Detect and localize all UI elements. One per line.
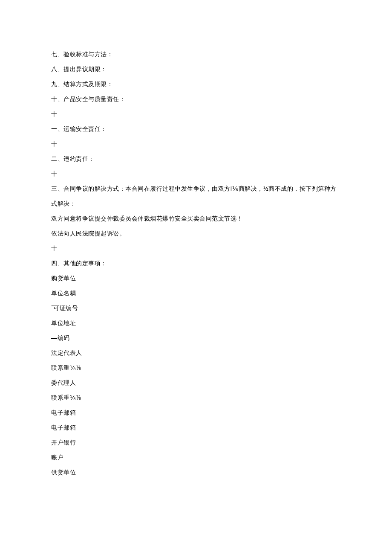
text-line: 九、结算方式及期限：	[51, 77, 341, 92]
text-line: 电子邮箱	[51, 420, 341, 435]
text-line: 三、合同争议的解决方式：本合同在履行过程中发生争议，由双方I⅟₈商解决，½商不成…	[51, 181, 341, 211]
text-line: 一、运输安全责任：	[51, 122, 341, 137]
text-line: 法定代表人	[51, 346, 341, 360]
text-line: 八、提出异议期限：	[51, 62, 341, 77]
text-line: 单位名耦	[51, 286, 341, 301]
text-line: 单位地址	[51, 316, 341, 331]
text-line: 十	[51, 166, 341, 181]
text-line: —编码	[51, 331, 341, 346]
text-line: 开户银行	[51, 435, 341, 450]
text-line: 四、其他的定事项：	[51, 256, 341, 271]
text-line: 双方同意将争议提交仲裁委员会仲裁烟花爆竹安全买卖合同范文节选！	[51, 211, 341, 226]
text-line: 七、验收标准与方法：	[51, 47, 341, 62]
text-line: 购货单位	[51, 271, 341, 286]
text-line: 十	[51, 241, 341, 256]
text-line: 账户	[51, 450, 341, 465]
document-page: 七、验收标准与方法： 八、提出异议期限： 九、结算方式及期限： 十、产品安全与质…	[0, 0, 392, 506]
text-line: 联系重⅟₈⅞	[51, 360, 341, 375]
text-line: 十、产品安全与质量责任：	[51, 92, 341, 107]
text-line: 联系重⅟₈⅞	[51, 390, 341, 405]
text-line: 电子邮箱	[51, 405, 341, 420]
text-line: 供货单位	[51, 465, 341, 480]
text-line: ˆ可证编号	[51, 301, 341, 316]
text-line: 依法向人民法院提起诉讼。	[51, 226, 341, 241]
text-line: 十	[51, 107, 341, 122]
text-line: 十	[51, 137, 341, 151]
text-line: 二、违约责任：	[51, 151, 341, 166]
text-line: 委代理人	[51, 375, 341, 390]
